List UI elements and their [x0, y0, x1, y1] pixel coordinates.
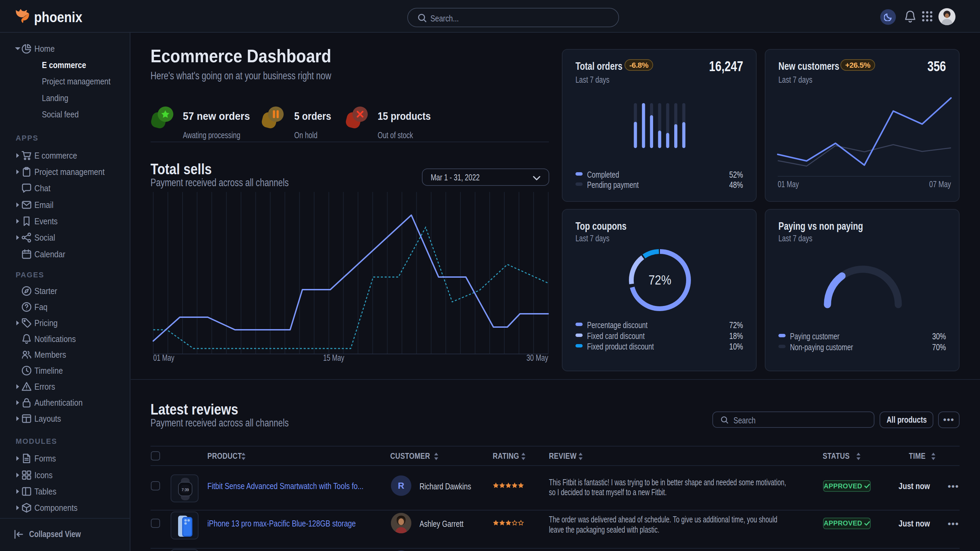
svg-text:15 May: 15 May	[323, 353, 344, 362]
svg-text:7:39: 7:39	[181, 488, 189, 492]
svg-text:72%: 72%	[649, 273, 671, 287]
svg-text:01 May: 01 May	[153, 353, 174, 362]
svg-text:07 May: 07 May	[929, 179, 951, 189]
svg-text:01 May: 01 May	[778, 179, 799, 189]
svg-text:30 May: 30 May	[527, 353, 548, 362]
